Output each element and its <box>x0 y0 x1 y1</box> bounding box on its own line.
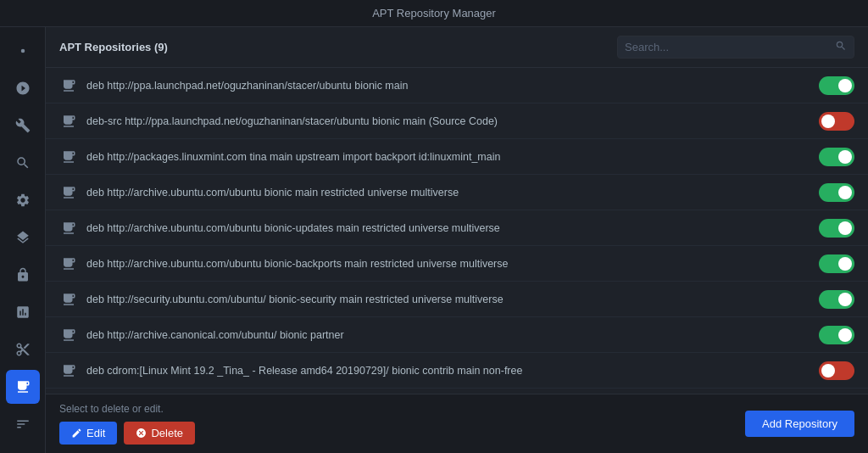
toggle-switch[interactable] <box>819 290 854 309</box>
repo-count-label: APT Repositories (9) <box>59 41 168 53</box>
search-icon <box>835 40 847 54</box>
repo-text: deb http://security.ubuntu.com/ubuntu/ b… <box>86 294 819 305</box>
repo-icon <box>59 254 78 273</box>
repo-icon <box>59 148 78 166</box>
repo-icon <box>59 219 78 238</box>
repo-text: deb http://archive.ubuntu.com/ubuntu bio… <box>86 258 819 270</box>
footer-left: Select to delete or edit. Edit Delete <box>59 403 195 445</box>
repo-icon <box>59 112 78 131</box>
repository-list: deb http://ppa.launchpad.net/oguzhaninan… <box>46 68 868 394</box>
repo-text: deb cdrom:[Linux Mint 19.2 _Tina_ - Rele… <box>86 365 819 377</box>
toggle-switch[interactable] <box>819 326 854 344</box>
toggle-switch[interactable] <box>819 254 854 273</box>
table-row[interactable]: deb http://archive.ubuntu.com/ubuntu bio… <box>46 246 868 282</box>
toggle-switch[interactable] <box>819 219 854 238</box>
table-row[interactable]: deb cdrom:[Linux Mint 19.2 _Tina_ - Rele… <box>46 353 868 389</box>
delete-label: Delete <box>151 427 183 439</box>
add-label: Add Repository <box>762 417 837 430</box>
sidebar-item-tools[interactable] <box>6 109 40 143</box>
table-row[interactable]: deb http://archive.ubuntu.com/ubuntu bio… <box>46 175 868 210</box>
table-row[interactable]: deb http://security.ubuntu.com/ubuntu/ b… <box>46 282 868 317</box>
content-area: APT Repositories (9) deb http://ppa.laun… <box>46 27 868 453</box>
repo-icon <box>59 76 78 95</box>
repo-icon <box>59 290 78 309</box>
sidebar-item-layers[interactable] <box>6 221 40 254</box>
toggle-switch[interactable] <box>819 148 854 166</box>
sidebar-item-apt[interactable] <box>6 370 40 404</box>
app-title: APT Repository Manager <box>372 7 496 20</box>
sidebar <box>0 27 46 453</box>
footer-hint: Select to delete or edit. <box>59 403 195 415</box>
repo-icon <box>59 361 78 380</box>
sidebar-item-dashboard[interactable] <box>6 34 40 68</box>
sidebar-item-security[interactable] <box>6 258 40 292</box>
add-repository-button[interactable]: Add Repository <box>745 411 854 437</box>
toggle-switch[interactable] <box>819 112 854 131</box>
repo-text: deb http://archive.ubuntu.com/ubuntu bio… <box>86 187 819 199</box>
repo-text: deb http://archive.canonical.com/ubuntu/… <box>86 329 819 341</box>
search-input[interactable] <box>625 41 830 53</box>
table-row[interactable]: deb http://packages.linuxmint.com tina m… <box>46 139 868 175</box>
edit-button[interactable]: Edit <box>59 422 117 445</box>
sidebar-item-chart[interactable] <box>6 295 40 329</box>
repo-text: deb http://ppa.launchpad.net/oguzhaninan… <box>86 80 819 92</box>
table-row[interactable]: deb http://ppa.launchpad.net/oguzhaninan… <box>46 68 868 103</box>
sidebar-item-sliders[interactable] <box>6 407 40 441</box>
svg-point-0 <box>20 49 25 53</box>
repo-icon <box>59 326 78 344</box>
content-header: APT Repositories (9) <box>46 27 868 68</box>
table-row[interactable]: deb http://archive.canonical.com/ubuntu/… <box>46 317 868 353</box>
footer-buttons: Edit Delete <box>59 422 195 445</box>
sidebar-item-search[interactable] <box>6 146 40 180</box>
repo-text: deb-src http://ppa.launchpad.net/oguzhan… <box>86 115 819 127</box>
repo-text: deb http://archive.ubuntu.com/ubuntu bio… <box>86 222 819 234</box>
title-bar: APT Repository Manager <box>0 0 868 27</box>
toggle-switch[interactable] <box>819 76 854 95</box>
sidebar-item-settings[interactable] <box>6 183 40 217</box>
toggle-switch[interactable] <box>819 361 854 380</box>
sidebar-item-launch[interactable] <box>6 71 40 105</box>
table-row[interactable]: deb http://archive.ubuntu.com/ubuntu bio… <box>46 210 868 246</box>
search-box <box>617 36 854 59</box>
toggle-switch[interactable] <box>819 183 854 202</box>
edit-label: Edit <box>86 427 105 439</box>
footer: Select to delete or edit. Edit Delete Ad… <box>46 394 868 453</box>
delete-button[interactable]: Delete <box>124 422 195 445</box>
sidebar-item-scissors[interactable] <box>6 333 40 366</box>
repo-text: deb http://packages.linuxmint.com tina m… <box>86 151 819 163</box>
table-row[interactable]: deb-src http://ppa.launchpad.net/oguzhan… <box>46 103 868 139</box>
repo-icon <box>59 183 78 202</box>
